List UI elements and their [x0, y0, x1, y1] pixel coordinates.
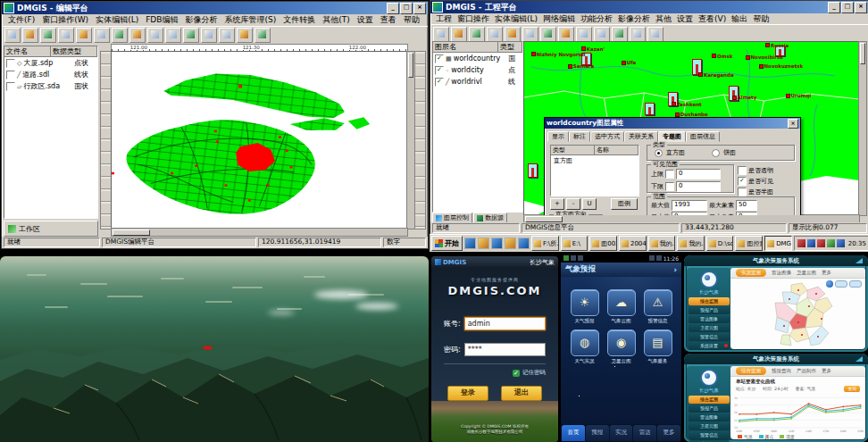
- sidebar-item[interactable]: 预报产品: [689, 306, 730, 314]
- list-item-histogram[interactable]: 直方图: [551, 155, 638, 166]
- remember-checkbox[interactable]: ✓: [513, 370, 520, 377]
- menu-item[interactable]: 输出: [729, 13, 750, 24]
- table-row[interactable]: ▱ 行政区.sda 面状: [4, 80, 97, 92]
- menu-item[interactable]: FDB编辑: [142, 14, 181, 26]
- col-layertype[interactable]: 类型: [498, 42, 522, 52]
- copy-icon[interactable]: [94, 28, 110, 43]
- sidebar-item[interactable]: 雷达图像: [689, 315, 730, 323]
- maximize-icon[interactable]: □: [841, 2, 854, 13]
- radio-histogram[interactable]: [655, 149, 663, 157]
- menu-item[interactable]: 文件转换: [280, 14, 319, 26]
- max-value-input[interactable]: 1993: [672, 200, 707, 211]
- menu-item[interactable]: 影像分析: [181, 14, 221, 26]
- nav-tab[interactable]: 实况: [610, 425, 633, 441]
- content-tab[interactable]: 产品制作: [797, 368, 816, 374]
- lower-input[interactable]: 0: [676, 181, 721, 192]
- paste-icon[interactable]: [112, 28, 128, 43]
- password-input[interactable]: ****: [464, 343, 546, 356]
- map-hscrollbar[interactable]: [111, 228, 408, 237]
- account-input[interactable]: admin: [464, 317, 546, 330]
- new-icon[interactable]: [4, 28, 21, 43]
- menu-item[interactable]: 帮助: [750, 13, 772, 24]
- col-datatype[interactable]: 数据类型: [51, 46, 97, 56]
- menu-item[interactable]: 查看: [377, 14, 400, 26]
- map-vscrollbar[interactable]: [858, 41, 867, 216]
- menu-item[interactable]: 实体编辑(L): [92, 14, 142, 26]
- menu-item[interactable]: 工程: [433, 13, 455, 24]
- content-tab[interactable]: 更多: [822, 270, 831, 276]
- sidebar-item[interactable]: 综合监测: [689, 396, 730, 404]
- upper-checkbox[interactable]: [665, 170, 674, 179]
- nav-tab[interactable]: 预报: [586, 425, 609, 441]
- login-button[interactable]: 登录: [447, 386, 488, 401]
- table-row[interactable]: ╱ 道路.sdl 线状: [4, 69, 97, 80]
- menu-item[interactable]: 功能分析: [578, 13, 615, 24]
- close-icon[interactable]: ×: [855, 2, 867, 13]
- layer-row[interactable]: ◦ worldcity 点: [433, 64, 522, 76]
- thematic-type-list[interactable]: 类型 名称 直方图: [550, 145, 639, 196]
- help-icon[interactable]: [647, 27, 664, 42]
- open-icon[interactable]: [22, 28, 38, 43]
- tab-label[interactable]: 标注: [569, 131, 590, 142]
- media-icon[interactable]: [505, 238, 516, 249]
- chevron-right-icon[interactable]: ›: [673, 265, 677, 274]
- full-extent-icon[interactable]: [183, 28, 199, 43]
- task-button[interactable]: E:\: [561, 236, 588, 251]
- maximize-icon[interactable]: □: [400, 3, 413, 14]
- sidebar-item[interactable]: 雷达图像: [689, 413, 730, 421]
- task-button[interactable]: DMGI...: [764, 236, 792, 251]
- tab-select-mode[interactable]: 选中方式: [590, 131, 624, 142]
- zoom-out-icon[interactable]: [147, 28, 163, 43]
- lower-checkbox[interactable]: [665, 182, 674, 191]
- task-button[interactable]: 图控届: [735, 236, 763, 251]
- help-icon[interactable]: [255, 28, 271, 43]
- row-checkbox[interactable]: [6, 82, 15, 91]
- zoom-pill[interactable]: [849, 280, 862, 288]
- zoom-in-icon[interactable]: [129, 28, 146, 43]
- select-icon[interactable]: [201, 28, 217, 43]
- pan-icon[interactable]: [505, 27, 521, 42]
- measure-icon[interactable]: [594, 27, 610, 42]
- nav-tab[interactable]: 首页: [562, 425, 585, 441]
- workspace-tab[interactable]: 工作区: [4, 221, 98, 237]
- layer-checkbox[interactable]: [435, 54, 444, 63]
- sidebar-item[interactable]: 综合监测: [689, 297, 730, 305]
- print-icon[interactable]: [612, 27, 628, 42]
- project-titlebar[interactable]: DMGIS - 工程平台 _ □ ×: [430, 1, 868, 13]
- minimize-icon[interactable]: _: [387, 3, 399, 14]
- menu-item[interactable]: 其他(T): [319, 14, 354, 26]
- minimize-icon[interactable]: _: [828, 2, 840, 13]
- task-button[interactable]: 我的...: [677, 236, 705, 251]
- nav-tab[interactable]: 雷达: [633, 425, 656, 441]
- menu-item[interactable]: 实体编辑(L): [492, 13, 540, 24]
- ie-icon[interactable]: [464, 238, 476, 249]
- content-tab[interactable]: 雷达图像: [772, 270, 791, 276]
- save-icon[interactable]: [40, 28, 56, 43]
- flag-checkbox[interactable]: [738, 177, 747, 186]
- volume-icon[interactable]: [797, 239, 805, 247]
- flag-checkbox[interactable]: [738, 166, 747, 175]
- radio-pie[interactable]: [712, 149, 720, 157]
- full-extent-icon[interactable]: [522, 27, 538, 42]
- menu-item[interactable]: 系统库管理(S): [221, 14, 280, 26]
- col-layername[interactable]: 图层名: [433, 42, 498, 52]
- app-tile[interactable]: ◍ 天气实况: [568, 329, 601, 364]
- sidebar-item[interactable]: 预报产品: [689, 404, 730, 413]
- close-icon[interactable]: ×: [788, 119, 798, 129]
- update-button[interactable]: U: [582, 198, 597, 210]
- app-tile[interactable]: ▤ 气象服务: [641, 329, 674, 364]
- mail-icon[interactable]: [478, 238, 489, 249]
- nav-tab[interactable]: 更多: [657, 425, 680, 441]
- content-tab[interactable]: 综合监测: [736, 367, 766, 375]
- sidebar-item[interactable]: 系统设置: [689, 342, 730, 350]
- table-row[interactable]: ◇ 大厦.sdp 点状: [4, 57, 97, 69]
- terrain-3d-view[interactable]: [0, 256, 429, 442]
- layer-checkbox[interactable]: [435, 78, 444, 87]
- app-tile[interactable]: ☁ 气象云图: [605, 289, 638, 324]
- row-checkbox[interactable]: [6, 71, 15, 79]
- layers-icon[interactable]: [558, 27, 574, 42]
- network-icon[interactable]: [807, 239, 815, 247]
- task-button[interactable]: F:\所...: [531, 236, 559, 251]
- task-button[interactable]: 我的...: [648, 236, 676, 251]
- layer-checkbox[interactable]: [435, 66, 444, 75]
